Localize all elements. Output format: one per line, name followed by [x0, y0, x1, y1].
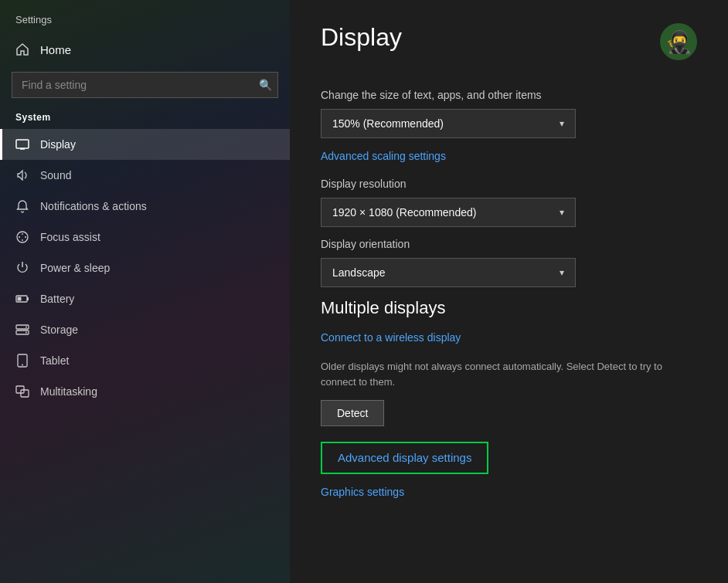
app-title: Settings [0, 0, 290, 33]
resolution-dropdown-arrow: ▾ [560, 207, 564, 218]
svg-point-9 [26, 327, 27, 328]
resolution-value: 1920 × 1080 (Recommended) [332, 206, 476, 219]
sidebar-item-sound[interactable]: Sound [0, 160, 290, 191]
focus-icon [15, 230, 29, 244]
search-input[interactable] [12, 72, 278, 98]
orientation-dropdown-arrow: ▾ [560, 267, 564, 278]
battery-icon [15, 292, 29, 306]
system-section-label: System [0, 107, 290, 129]
tablet-icon [15, 354, 29, 368]
wireless-display-link[interactable]: Connect to a wireless display [321, 331, 461, 344]
sidebar-item-multitasking[interactable]: Multitasking [0, 376, 290, 407]
home-icon [15, 42, 29, 56]
multitasking-icon [15, 385, 29, 398]
avatar: 🥷 [660, 23, 697, 60]
svg-point-12 [22, 364, 23, 366]
resolution-section: Display resolution 1920 × 1080 (Recommen… [321, 178, 697, 227]
main-header: Display 🥷 [321, 23, 697, 73]
detect-description: Older displays might not always connect … [321, 359, 697, 389]
main-content: Display 🥷 Change the size of text, apps,… [290, 0, 728, 583]
multiple-displays-section: Multiple displays Connect to a wireless … [321, 298, 697, 442]
orientation-value: Landscape [332, 266, 386, 279]
sidebar-label-tablet: Tablet [40, 354, 69, 367]
sidebar-item-home[interactable]: Home [0, 33, 290, 66]
multiple-displays-heading: Multiple displays [321, 298, 697, 318]
search-container: 🔍 [12, 72, 278, 98]
svg-rect-0 [16, 140, 29, 148]
svg-rect-5 [27, 297, 29, 300]
sidebar-label-power: Power & sleep [40, 262, 110, 274]
advanced-display-link-box[interactable]: Advanced display settings [321, 442, 488, 474]
sidebar-label-sound: Sound [40, 169, 71, 181]
sidebar-label-focus: Focus assist [40, 231, 100, 243]
sidebar-label-notifications: Notifications & actions [40, 200, 147, 212]
scale-dropdown-arrow: ▾ [560, 118, 564, 129]
display-icon [15, 137, 29, 151]
graphics-settings-link[interactable]: Graphics settings [321, 486, 404, 498]
svg-point-10 [26, 332, 27, 334]
scale-dropdown[interactable]: 150% (Recommended) ▾ [321, 109, 576, 138]
avatar-emoji: 🥷 [665, 29, 692, 55]
sidebar-label-storage: Storage [40, 324, 78, 336]
orientation-dropdown[interactable]: Landscape ▾ [321, 258, 576, 287]
sound-icon [15, 168, 29, 182]
sidebar-item-storage[interactable]: Storage [0, 314, 290, 345]
sidebar-label-display: Display [40, 138, 76, 151]
detect-button[interactable]: Detect [321, 400, 384, 426]
page-title: Display [321, 23, 402, 52]
sidebar-item-notifications[interactable]: Notifications & actions [0, 191, 290, 222]
orientation-label: Display orientation [321, 238, 697, 250]
scale-value: 150% (Recommended) [332, 117, 444, 130]
home-label: Home [40, 43, 71, 56]
sidebar-label-battery: Battery [40, 293, 74, 305]
resolution-label: Display resolution [321, 178, 697, 190]
sidebar-item-focus[interactable]: Focus assist [0, 222, 290, 253]
resolution-dropdown[interactable]: 1920 × 1080 (Recommended) ▾ [321, 198, 576, 227]
scale-label: Change the size of text, apps, and other… [321, 89, 697, 101]
power-icon [15, 261, 29, 275]
sidebar-item-tablet[interactable]: Tablet [0, 345, 290, 376]
advanced-display-link[interactable]: Advanced display settings [338, 451, 471, 464]
sidebar: Settings Home 🔍 System Display [0, 0, 290, 583]
sidebar-label-multitasking: Multitasking [40, 385, 97, 398]
advanced-scaling-link[interactable]: Advanced scaling settings [321, 150, 446, 162]
sidebar-item-battery[interactable]: Battery [0, 283, 290, 314]
orientation-section: Display orientation Landscape ▾ [321, 238, 697, 287]
svg-rect-6 [18, 297, 22, 301]
sidebar-item-display[interactable]: Display [0, 129, 290, 160]
notifications-icon [15, 199, 29, 213]
sidebar-item-power[interactable]: Power & sleep [0, 253, 290, 283]
scale-section: Change the size of text, apps, and other… [321, 89, 697, 178]
storage-icon [15, 323, 29, 337]
